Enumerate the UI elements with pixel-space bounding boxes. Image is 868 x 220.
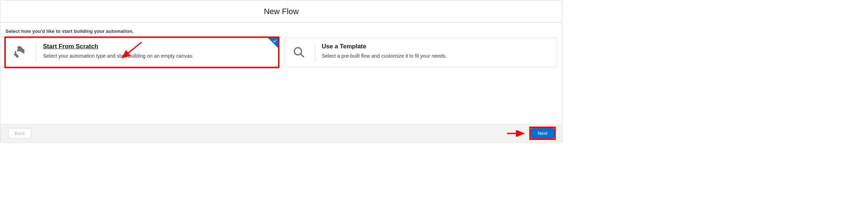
annotation-arrow-next <box>505 130 527 137</box>
card-divider <box>36 43 36 62</box>
svg-rect-0 <box>14 53 19 58</box>
next-button[interactable]: Next <box>531 128 554 138</box>
option-use-a-template[interactable]: Use a Template Select a pre-built flow a… <box>284 38 557 67</box>
search-icon <box>290 43 308 62</box>
check-icon <box>273 38 277 45</box>
card-text: Use a Template Select a pre-built flow a… <box>322 43 550 59</box>
card-desc: Select a pre-built flow and customize it… <box>322 53 550 59</box>
modal-body: Select how you'd like to start building … <box>0 23 562 124</box>
hammer-icon <box>11 43 30 62</box>
new-flow-modal: New Flow Select how you'd like to start … <box>0 0 563 142</box>
svg-line-3 <box>301 54 304 57</box>
card-desc: Select your automation type and start bu… <box>43 53 272 59</box>
back-button[interactable]: Back <box>8 128 31 138</box>
card-divider <box>315 43 315 62</box>
card-title: Start From Scratch <box>43 43 272 50</box>
options-row: Start From Scratch Select your automatio… <box>5 38 557 67</box>
option-start-from-scratch[interactable]: Start From Scratch Select your automatio… <box>5 38 278 67</box>
modal-footer: Back Next <box>0 124 562 142</box>
card-title: Use a Template <box>322 43 550 50</box>
prompt-text: Select how you'd like to start building … <box>5 28 557 34</box>
card-text: Start From Scratch Select your automatio… <box>43 43 272 59</box>
modal-header: New Flow <box>0 0 562 23</box>
modal-title: New Flow <box>0 7 562 16</box>
